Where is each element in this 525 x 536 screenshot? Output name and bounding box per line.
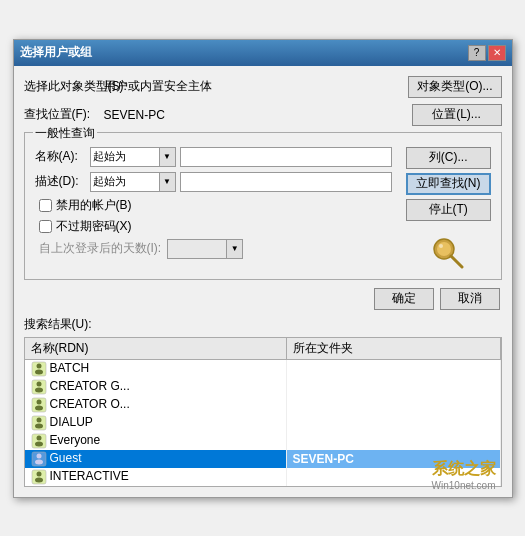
row-name: Guest [25,450,287,468]
help-button[interactable]: ? [468,45,486,61]
no-expire-checkbox[interactable] [39,220,52,233]
row-name: CREATOR O... [25,396,287,414]
bottom-buttons: 确定 取消 [24,288,502,310]
svg-point-8 [36,381,41,386]
stop-button[interactable]: 停止(T) [406,199,491,221]
svg-point-11 [36,399,41,404]
row-name: DIALUP [25,414,287,432]
table-row[interactable]: INTERACTIVE [25,468,501,486]
col-folder-header: 所在文件夹 [286,338,500,360]
svg-point-17 [36,435,41,440]
row-folder [286,378,500,396]
user-icon [31,415,50,429]
desc-label: 描述(D): [35,173,90,190]
desc-combo: 起始为 ▼ [90,172,176,192]
row-folder [286,396,500,414]
row-name-text: BATCH [50,361,90,375]
days-label: 自上次登录后的天数(I): [39,240,162,257]
name-combo: 起始为 ▼ [90,147,176,167]
days-row: 自上次登录后的天数(I): ▼ [39,239,392,259]
row-folder [286,432,500,450]
name-text-input[interactable] [180,147,392,167]
table-header-row: 名称(RDN) 所在文件夹 [25,338,501,360]
row-name-text: DIALUP [50,415,93,429]
col-name-header: 名称(RDN) [25,338,287,360]
table-row[interactable]: CREATOR G... [25,378,501,396]
select-user-dialog: 选择用户或组 ? ✕ 选择此对象类型(S): 用户或内置安全主体 对象类型(O)… [13,39,513,498]
days-combo-input[interactable] [167,239,227,259]
watermark-site: Win10net.com [432,480,496,491]
desc-combo-value[interactable]: 起始为 [90,172,160,192]
search-now-button[interactable]: 立即查找(N) [406,173,491,195]
svg-point-12 [35,405,43,410]
results-table: 名称(RDN) 所在文件夹 BATCH CREATOR G... CREATOR… [25,338,501,487]
svg-line-2 [451,256,462,267]
disabled-checkbox[interactable] [39,199,52,212]
disabled-label: 禁用的帐户(B) [56,197,132,214]
object-type-button[interactable]: 对象类型(O)... [408,76,501,98]
name-combo-arrow[interactable]: ▼ [160,147,176,167]
row-folder [286,414,500,432]
name-label: 名称(A): [35,148,90,165]
table-row[interactable]: GuestSEVEN-PC [25,450,501,468]
user-icon [31,397,50,411]
no-expire-checkbox-row: 不过期密码(X) [39,218,392,235]
row-name-text: CREATOR G... [50,379,130,393]
days-combo-arrow[interactable]: ▼ [227,239,243,259]
user-icon [31,433,50,447]
user-icon [31,361,50,375]
row-name: BATCH [25,359,287,378]
group-title: 一般性查询 [33,125,97,142]
name-row: 名称(A): 起始为 ▼ [35,147,392,167]
location-label: 查找位置(F): [24,106,104,123]
general-query-group: 一般性查询 名称(A): 起始为 ▼ [24,132,502,280]
location-value: SEVEN-PC [104,108,412,122]
table-row[interactable]: IUSR [25,486,501,487]
close-button[interactable]: ✕ [488,45,506,61]
title-controls: ? ✕ [468,45,506,61]
svg-point-1 [437,242,451,256]
results-label: 搜索结果(U): [24,316,502,333]
left-content: 名称(A): 起始为 ▼ 描述(D): 起始为 [35,147,392,271]
svg-point-14 [36,417,41,422]
name-combo-value[interactable]: 起始为 [90,147,160,167]
svg-point-9 [35,387,43,392]
results-table-container[interactable]: 名称(RDN) 所在文件夹 BATCH CREATOR G... CREATOR… [24,337,502,487]
table-row[interactable]: CREATOR O... [25,396,501,414]
disabled-checkbox-row: 禁用的帐户(B) [39,197,392,214]
svg-point-3 [439,244,443,248]
desc-combo-arrow[interactable]: ▼ [160,172,176,192]
row-name-text: INTERACTIVE [50,469,129,483]
row-name: CREATOR G... [25,378,287,396]
magnifier-icon [430,235,466,271]
watermark: 系统之家 Win10net.com [432,459,496,491]
group-content: 名称(A): 起始为 ▼ 描述(D): 起始为 [35,141,491,271]
location-button[interactable]: 位置(L)... [412,104,502,126]
svg-point-6 [35,369,43,374]
svg-point-18 [35,441,43,446]
row-name-text: Everyone [50,433,101,447]
no-expire-label: 不过期密码(X) [56,218,132,235]
location-row: 查找位置(F): SEVEN-PC 位置(L)... [24,104,502,126]
object-type-value: 用户或内置安全主体 [104,78,409,95]
title-bar: 选择用户或组 ? ✕ [14,40,512,66]
svg-point-23 [36,471,41,476]
user-icon [31,469,50,483]
table-row[interactable]: BATCH [25,359,501,378]
row-folder [286,359,500,378]
user-icon [31,379,50,393]
ok-button[interactable]: 确定 [374,288,434,310]
object-type-row: 选择此对象类型(S): 用户或内置安全主体 对象类型(O)... [24,76,502,98]
search-icon-area [406,235,491,271]
right-buttons-col: 列(C)... 立即查找(N) 停止(T) [400,147,491,271]
columns-button[interactable]: 列(C)... [406,147,491,169]
svg-point-15 [35,423,43,428]
row-name: INTERACTIVE [25,468,287,486]
object-type-label: 选择此对象类型(S): [24,78,104,95]
table-row[interactable]: Everyone [25,432,501,450]
days-combo: ▼ [167,239,243,259]
desc-text-input[interactable] [180,172,392,192]
cancel-button[interactable]: 取消 [440,288,500,310]
svg-point-24 [35,477,43,482]
table-row[interactable]: DIALUP [25,414,501,432]
